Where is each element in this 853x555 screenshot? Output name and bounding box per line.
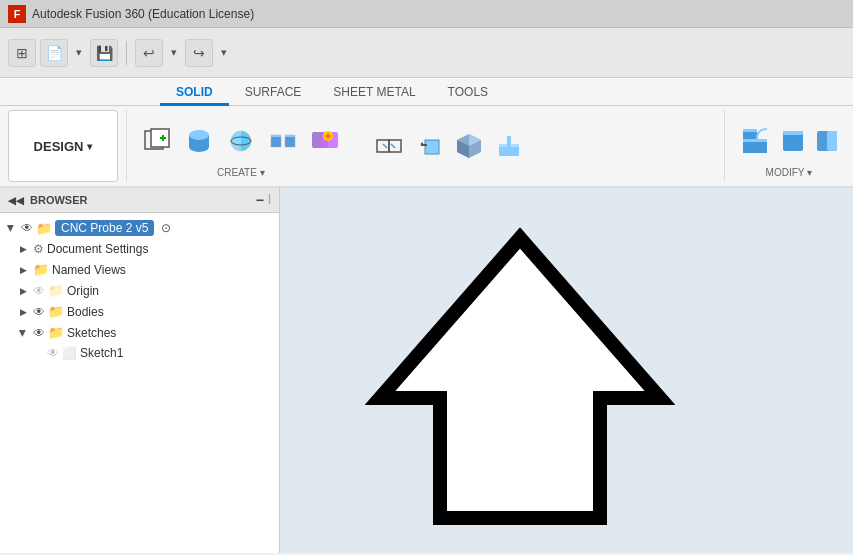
tree-item-named-views[interactable]: ▶ 📁 Named Views	[0, 259, 279, 280]
root-arrow[interactable]: ▶	[4, 221, 18, 235]
insert-icon[interactable]	[371, 128, 407, 164]
root-folder-icon: 📁	[36, 221, 52, 236]
new-component-icon[interactable]	[139, 123, 175, 159]
ribbon-spacer	[355, 110, 724, 182]
svg-rect-33	[743, 139, 767, 142]
pointer-arrow	[360, 218, 780, 538]
modify-dropdown-icon[interactable]: ▾	[807, 167, 812, 178]
named-views-folder-icon: 📁	[33, 262, 49, 277]
svg-rect-32	[743, 129, 757, 132]
sketches-arrow[interactable]: ▶	[16, 326, 30, 340]
undo-dropdown[interactable]: ▾	[167, 39, 181, 67]
svg-line-19	[383, 144, 387, 148]
design-button[interactable]: DESIGN ▾	[8, 110, 118, 182]
origin-arrow[interactable]: ▶	[16, 284, 30, 298]
bodies-label: Bodies	[67, 305, 104, 319]
modify3-icon[interactable]	[813, 127, 841, 155]
solid-body-icon[interactable]	[451, 128, 487, 164]
origin-folder-icon: 📁	[48, 283, 64, 298]
bodies-folder-icon: 📁	[48, 304, 64, 319]
design-label: DESIGN	[34, 139, 84, 154]
svg-rect-18	[389, 140, 401, 152]
create-tools	[139, 110, 343, 167]
revolve-icon[interactable]	[223, 123, 259, 159]
root-target-icon: ⊙	[161, 221, 171, 235]
root-eye-icon[interactable]: 👁	[21, 221, 33, 235]
modify-tools	[737, 110, 841, 167]
svg-rect-21	[425, 140, 439, 154]
bodies-arrow[interactable]: ▶	[16, 305, 30, 319]
ribbon-content: DESIGN ▾	[0, 106, 853, 186]
ribbon-tabs: SOLID SURFACE SHEET METAL TOOLS	[0, 78, 853, 106]
combine-icon[interactable]	[307, 123, 343, 159]
sketch1-eye-icon[interactable]: 👁	[47, 346, 59, 360]
extrude-icon[interactable]	[181, 123, 217, 159]
svg-rect-11	[285, 135, 295, 137]
named-views-label: Named Views	[52, 263, 126, 277]
sketch1-icon: ⬜	[62, 346, 77, 360]
create-label: CREATE ▾	[217, 167, 265, 182]
component-make-icon[interactable]	[411, 128, 447, 164]
browser-title: BROWSER	[30, 194, 87, 206]
tab-tools[interactable]: TOOLS	[432, 81, 504, 106]
app-title: Autodesk Fusion 360 (Education License)	[32, 7, 254, 21]
svg-rect-35	[783, 131, 803, 135]
tab-solid[interactable]: SOLID	[160, 81, 229, 106]
redo-dropdown[interactable]: ▾	[217, 39, 231, 67]
browser-header-icons: − |	[256, 192, 271, 208]
create-dropdown-icon[interactable]: ▾	[260, 167, 265, 178]
svg-rect-9	[271, 135, 281, 137]
browser-collapse-icon[interactable]: ◀◀	[8, 195, 24, 206]
modify2-icon[interactable]	[779, 127, 807, 155]
bodies-eye-icon[interactable]: 👁	[33, 305, 45, 319]
svg-line-20	[391, 144, 395, 148]
tab-surface[interactable]: SURFACE	[229, 81, 318, 106]
grid-button[interactable]: ⊞	[8, 39, 36, 67]
tree-item-sketch1[interactable]: ▶ 👁 ⬜ Sketch1	[0, 343, 279, 363]
toolbar-separator	[126, 41, 127, 65]
sketches-eye-icon[interactable]: 👁	[33, 326, 45, 340]
tree-item-bodies[interactable]: ▶ 👁 📁 Bodies	[0, 301, 279, 322]
new-button[interactable]: 📄	[40, 39, 68, 67]
undo-button[interactable]: ↩	[135, 39, 163, 67]
doc-settings-label: Document Settings	[47, 242, 148, 256]
browser-panel: ◀◀ BROWSER − | ▶ 👁 📁 CNC Probe 2 v5 ⊙ ▶ …	[0, 188, 280, 553]
surface-body-icon[interactable]	[491, 128, 527, 164]
doc-settings-arrow[interactable]: ▶	[16, 242, 30, 256]
svg-rect-17	[377, 140, 389, 152]
hole-icon[interactable]	[265, 123, 301, 159]
tab-sheet-metal[interactable]: SHEET METAL	[317, 81, 431, 106]
canvas-area[interactable]	[280, 188, 853, 553]
title-bar: F Autodesk Fusion 360 (Education License…	[0, 0, 853, 28]
main-area: ◀◀ BROWSER − | ▶ 👁 📁 CNC Probe 2 v5 ⊙ ▶ …	[0, 188, 853, 553]
svg-rect-29	[507, 136, 511, 148]
create-group: CREATE ▾	[126, 110, 355, 182]
origin-label: Origin	[67, 284, 99, 298]
design-dropdown-icon: ▾	[87, 141, 92, 152]
tree-item-sketches[interactable]: ▶ 👁 📁 Sketches	[0, 322, 279, 343]
modify-group: MODIFY ▾	[724, 110, 853, 182]
app-icon: F	[8, 5, 26, 23]
settings-gear-icon: ⚙	[33, 242, 44, 256]
svg-point-6	[189, 130, 209, 140]
sketch1-label: Sketch1	[80, 346, 123, 360]
browser-tree: ▶ 👁 📁 CNC Probe 2 v5 ⊙ ▶ ⚙ Document Sett…	[0, 213, 279, 553]
root-label: CNC Probe 2 v5	[55, 220, 154, 236]
save-button[interactable]: 💾	[90, 39, 118, 67]
origin-eye-icon[interactable]: 👁	[33, 284, 45, 298]
redo-button[interactable]: ↪	[185, 39, 213, 67]
fillet-icon[interactable]	[737, 123, 773, 159]
sketches-label: Sketches	[67, 326, 116, 340]
modify-label: MODIFY ▾	[766, 167, 813, 182]
sketches-folder-icon: 📁	[48, 325, 64, 340]
svg-rect-37	[827, 131, 837, 151]
browser-header: ◀◀ BROWSER − |	[0, 188, 279, 213]
tree-item-origin[interactable]: ▶ 👁 📁 Origin	[0, 280, 279, 301]
svg-marker-38	[380, 238, 660, 518]
browser-pipe-icon: |	[268, 192, 271, 208]
browser-minus-icon[interactable]: −	[256, 192, 264, 208]
new-dropdown[interactable]: ▾	[72, 39, 86, 67]
named-views-arrow[interactable]: ▶	[16, 263, 30, 277]
tree-item-doc-settings[interactable]: ▶ ⚙ Document Settings	[0, 239, 279, 259]
tree-item-root[interactable]: ▶ 👁 📁 CNC Probe 2 v5 ⊙	[0, 217, 279, 239]
